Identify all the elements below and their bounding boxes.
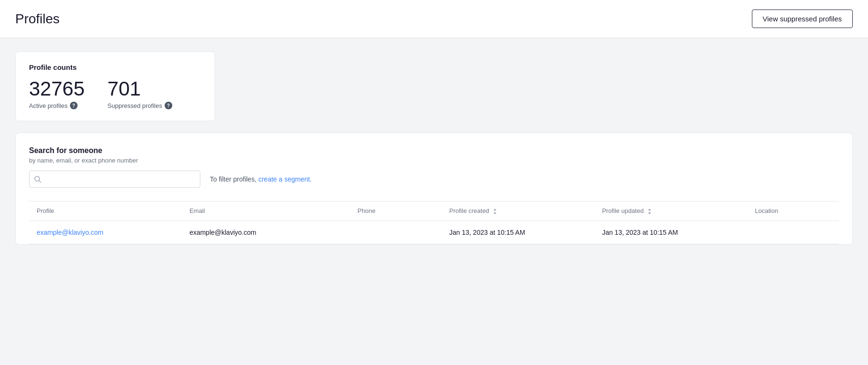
sort-icon-updated	[647, 208, 652, 215]
profile-counts-title: Profile counts	[29, 63, 201, 71]
table-header-row: Profile Email Phone Profile created	[29, 202, 839, 221]
filter-text: To filter profiles, create a segment.	[210, 175, 312, 183]
search-input[interactable]	[29, 171, 200, 188]
profiles-table: Profile Email Phone Profile created	[29, 201, 839, 244]
search-heading: Search for someone	[29, 146, 839, 155]
cell-location	[747, 221, 839, 244]
col-header-phone: Phone	[350, 202, 442, 221]
suppressed-profiles-count-item: 701 Suppressed profiles ?	[108, 78, 172, 109]
suppressed-profiles-number: 701	[108, 78, 172, 100]
create-segment-link[interactable]: create a segment.	[258, 175, 312, 183]
suppressed-profiles-info-icon[interactable]: ?	[165, 102, 172, 109]
search-section-card: Search for someone by name, email, or ex…	[15, 133, 853, 245]
page-title: Profiles	[15, 11, 59, 27]
col-header-profile-created[interactable]: Profile created	[442, 202, 594, 221]
cell-profile: example@klaviyo.com	[29, 221, 182, 244]
table-row: example@klaviyo.comexample@klaviyo.comJa…	[29, 221, 839, 244]
col-header-profile-updated[interactable]: Profile updated	[594, 202, 747, 221]
cell-profile-updated: Jan 13, 2023 at 10:15 AM	[594, 221, 747, 244]
search-subtext: by name, email, or exact phone number	[29, 157, 839, 164]
svg-line-1	[39, 181, 41, 182]
active-profiles-count-item: 32765 Active profiles ?	[29, 78, 85, 109]
search-input-wrapper	[29, 171, 200, 188]
active-profiles-info-icon[interactable]: ?	[70, 102, 78, 109]
cell-profile-created: Jan 13, 2023 at 10:15 AM	[442, 221, 594, 244]
search-row: To filter profiles, create a segment.	[29, 171, 839, 188]
col-header-email: Email	[182, 202, 350, 221]
cell-email: example@klaviyo.com	[182, 221, 350, 244]
counts-row: 32765 Active profiles ? 701 Suppressed p…	[29, 78, 201, 109]
col-header-profile: Profile	[29, 202, 182, 221]
profile-counts-card: Profile counts 32765 Active profiles ? 7…	[15, 51, 215, 121]
cell-phone	[350, 221, 442, 244]
profile-link[interactable]: example@klaviyo.com	[37, 229, 103, 236]
view-suppressed-button[interactable]: View suppressed profiles	[752, 10, 853, 28]
main-content: Profile counts 32765 Active profiles ? 7…	[0, 38, 868, 258]
profiles-table-container: Profile Email Phone Profile created	[29, 201, 839, 244]
active-profiles-label: Active profiles ?	[29, 102, 85, 109]
suppressed-profiles-label: Suppressed profiles ?	[108, 102, 172, 109]
sort-icon-created	[493, 208, 497, 215]
top-bar: Profiles View suppressed profiles	[0, 0, 868, 38]
active-profiles-number: 32765	[29, 78, 85, 100]
col-header-location: Location	[747, 202, 839, 221]
search-icon	[34, 175, 41, 183]
